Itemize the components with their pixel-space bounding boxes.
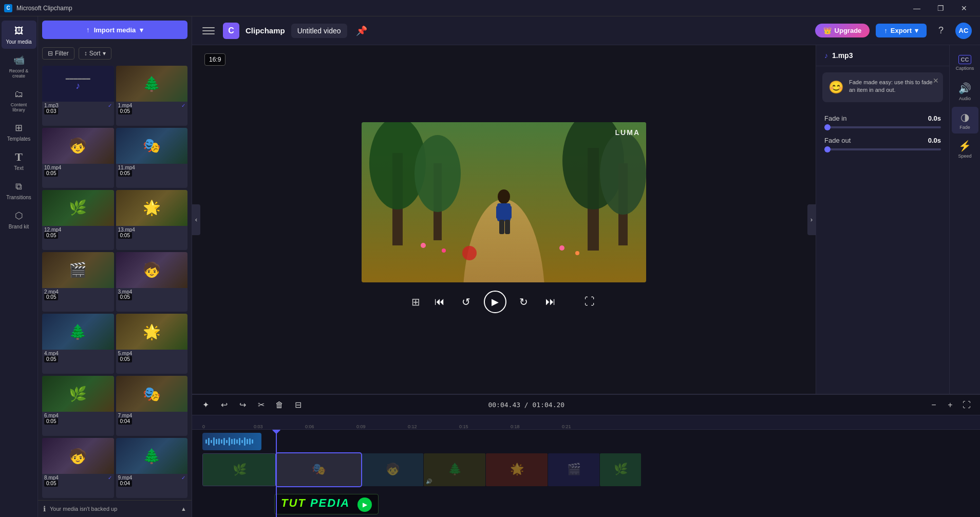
list-item[interactable]: 🎭 0:04 7.mp4✓ (116, 376, 188, 436)
fade-button[interactable]: ◑ Fade (952, 107, 978, 133)
sidebar-item-your-media[interactable]: 🖼 Your media (2, 21, 36, 49)
list-item[interactable]: 🎭 0:05 11.mp4✓ (116, 128, 188, 188)
split-button[interactable]: ⊟ (291, 398, 305, 412)
cut-button[interactable]: ✂ (254, 398, 268, 412)
playback-controls: ⊞ ⏮ ↺ ▶ ↻ ⏭ ⛶ (409, 286, 599, 317)
app-icon: C (4, 4, 12, 12)
add-to-timeline-button[interactable]: ⊞ (409, 294, 422, 310)
media-duration: 0:05 (44, 170, 58, 177)
page-title[interactable]: Untitled video (291, 24, 347, 38)
zoom-out-button[interactable]: − (927, 398, 941, 412)
video-clip[interactable]: 🎭 (276, 453, 361, 486)
help-button[interactable]: ? (933, 23, 949, 39)
svg-rect-17 (507, 206, 512, 219)
sidebar-item-content-library[interactable]: 🗂 Contentlibrary (2, 84, 36, 117)
export-button[interactable]: ↑ Export ▾ (876, 24, 927, 37)
right-panel: ♪ 1.mp3 😊 Fade made easy: use this to fa… (816, 45, 949, 394)
video-clip[interactable]: 🧒 (362, 453, 423, 486)
media-duration: 0:05 (118, 170, 132, 177)
hamburger-icon[interactable] (200, 23, 217, 39)
video-clip[interactable]: 🎬 (548, 453, 599, 486)
sidebar-item-templates[interactable]: ⊞ Templates (2, 118, 36, 146)
watermark: LUMA (615, 128, 640, 137)
media-thumbnail: 🧒 (42, 128, 114, 164)
transitions-icon: ⧉ (13, 180, 25, 193)
video-track: 🌿 🎭 🧒 (192, 451, 980, 488)
restore-button[interactable]: ❐ (929, 0, 952, 16)
svg-rect-29 (226, 440, 228, 443)
fade-tip-close-button[interactable]: ✕ (933, 76, 939, 85)
expand-right-panel-button[interactable]: › (807, 204, 816, 235)
magic-tool-button[interactable]: ✦ (198, 398, 213, 412)
close-button[interactable]: ✕ (952, 0, 976, 16)
preview-row: ‹ 16:9 (192, 45, 980, 394)
video-clip[interactable]: 🌲 🔊 (424, 453, 485, 486)
window-controls: — ❐ ✕ (905, 0, 976, 16)
timeline-playhead[interactable] (276, 430, 277, 517)
play-pause-button[interactable]: ▶ (484, 291, 506, 313)
undo-button[interactable]: ↩ (217, 398, 231, 412)
sort-button[interactable]: ↕ Sort ▾ (79, 47, 111, 60)
captions-button[interactable]: CC Captions (952, 49, 978, 76)
audio-clip[interactable] (202, 433, 261, 450)
redo-button[interactable]: ↪ (235, 398, 250, 412)
svg-rect-35 (241, 440, 243, 443)
audio-track (192, 430, 980, 451)
filter-sort-bar: ⊟ Filter ↕ Sort ▾ (38, 43, 192, 64)
pin-button[interactable]: 📌 (353, 23, 370, 39)
video-clip[interactable]: 🌿 (202, 453, 276, 486)
upgrade-button[interactable]: 👑 Upgrade (815, 24, 870, 37)
list-item[interactable]: 🧒 0:05 10.mp4✓ (42, 128, 114, 188)
templates-icon: ⊞ (13, 122, 25, 134)
skip-back-button[interactable]: ⏮ (430, 293, 449, 311)
media-duration: 0:05 (118, 294, 132, 300)
fullscreen-button[interactable]: ⛶ (580, 293, 599, 311)
list-item[interactable]: 🧒 0:05 3.mp4✓ (116, 252, 188, 312)
zoom-in-button[interactable]: + (943, 398, 957, 412)
delete-button[interactable]: 🗑 (272, 398, 287, 412)
list-item[interactable]: 🌲 0:04 9.mp4✓ (116, 438, 188, 498)
backup-bar[interactable]: ℹ Your media isn't backed up ▲ (38, 500, 192, 517)
list-item[interactable]: 🌿 0:05 12.mp4✓ (42, 190, 114, 250)
fade-out-slider[interactable] (824, 148, 941, 150)
avatar[interactable]: AC (955, 23, 972, 39)
filter-button[interactable]: ⊟ Filter (42, 47, 74, 60)
fit-button[interactable]: ⛶ (959, 398, 974, 412)
list-item[interactable]: ▬▬▬▬▬▬ ♪ 0:03 1.mp3✓ (42, 66, 114, 126)
audio-button[interactable]: 🔊 Audio (952, 78, 978, 105)
svg-point-9 (600, 132, 646, 215)
list-item[interactable]: 🌲 0:05 4.mp4✓ (42, 314, 114, 374)
speed-button[interactable]: ⚡ Speed (952, 136, 978, 162)
collapse-media-panel-button[interactable]: ‹ (192, 204, 200, 235)
media-duration: 0:05 (44, 232, 58, 239)
list-item[interactable]: 🧒 0:05 8.mp4✓ (42, 438, 114, 498)
text-overlay-clip[interactable]: TUT PEDIA ▶ (274, 494, 379, 514)
topbar-right: 👑 Upgrade ↑ Export ▾ ? AC (815, 23, 972, 39)
video-clip[interactable]: 🌿 (600, 453, 641, 486)
main-content: C Clipchamp Untitled video 📌 👑 Upgrade ↑… (192, 16, 980, 517)
forward-button[interactable]: ↻ (515, 293, 533, 311)
list-item[interactable]: 🌟 0:05 13.mp4✓ (116, 190, 188, 250)
svg-rect-31 (231, 439, 233, 444)
sidebar-item-transitions[interactable]: ⧉ Transitions (2, 176, 36, 204)
sidebar-item-record-create[interactable]: 📹 Record &create (2, 50, 36, 83)
fade-in-slider[interactable] (824, 126, 941, 128)
list-item[interactable]: 🌿 0:05 6.mp4✓ (42, 376, 114, 436)
rewind-button[interactable]: ↺ (457, 293, 476, 311)
svg-rect-22 (208, 438, 210, 445)
list-item[interactable]: 🌟 0:05 5.mp4✓ (116, 314, 188, 374)
sidebar-item-text[interactable]: T Text (2, 147, 36, 175)
fade-out-label: Fade out (824, 137, 851, 144)
zoom-controls: − + ⛶ (927, 398, 974, 412)
sidebar-item-brand-kit[interactable]: ⬡ Brand kit (2, 205, 36, 234)
fade-out-row: Fade out 0.0s (824, 137, 941, 144)
video-clip[interactable]: 🌟 (486, 453, 548, 486)
text-overlay-track: TUT PEDIA ▶ (274, 491, 379, 517)
minimize-button[interactable]: — (905, 0, 929, 16)
skip-forward-button[interactable]: ⏭ (541, 293, 560, 311)
list-item[interactable]: 🌲 0:05 1.mp4✓ (116, 66, 188, 126)
list-item[interactable]: 🎬 0:05 2.mp4✓ (42, 252, 114, 312)
import-media-button[interactable]: ↑ Import media ▾ (42, 21, 187, 39)
aspect-ratio-button[interactable]: 16:9 (204, 53, 225, 66)
play-overlay-button[interactable]: ▶ (357, 497, 372, 512)
